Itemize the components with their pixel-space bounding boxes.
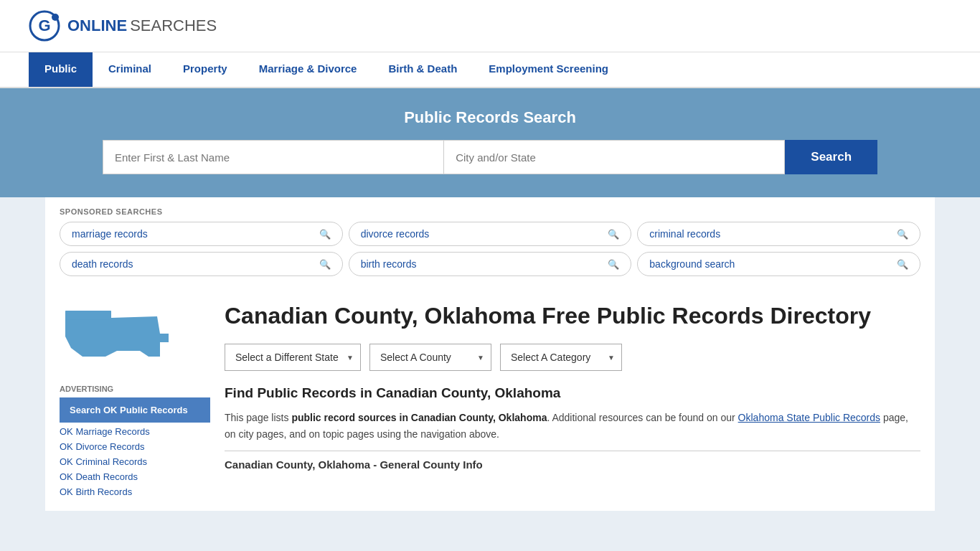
sidebar-link-2[interactable]: OK Criminal Records: [60, 454, 210, 469]
search-banner: Public Records Search Search: [0, 88, 980, 197]
search-tag-icon: 🔍: [897, 229, 908, 240]
tag-background-search[interactable]: background search 🔍: [637, 252, 920, 276]
logo-area: G ONLINE SEARCHES: [29, 10, 217, 42]
tag-criminal-records[interactable]: criminal records 🔍: [637, 222, 920, 246]
search-banner-title: Public Records Search: [29, 108, 951, 127]
sidebar-ad-label: Advertising: [60, 385, 210, 393]
find-desc-bold: public record sources in Canadian County…: [291, 412, 547, 423]
filter-dropdowns: Select a Different State Select A County…: [225, 344, 920, 371]
logo-online-text: ONLINE: [67, 18, 127, 34]
search-button[interactable]: Search: [785, 140, 877, 174]
search-tags: marriage records 🔍 divorce records 🔍 cri…: [60, 222, 920, 276]
sidebar-link-3[interactable]: OK Death Records: [60, 469, 210, 484]
sidebar-link-1[interactable]: OK Divorce Records: [60, 439, 210, 454]
name-input[interactable]: [103, 140, 443, 174]
find-desc-1: This page lists: [225, 412, 291, 423]
tag-label: background search: [649, 258, 735, 270]
tag-label: death records: [72, 258, 133, 270]
main-nav: Public Criminal Property Marriage & Divo…: [0, 52, 980, 88]
tag-label: divorce records: [361, 228, 430, 240]
logo-text: ONLINE SEARCHES: [67, 18, 217, 34]
tag-label: marriage records: [72, 228, 148, 240]
state-records-link[interactable]: Oklahoma State Public Records: [738, 412, 880, 423]
find-desc-2: . Additional resources can be found on o…: [547, 412, 738, 423]
search-form: Search: [103, 140, 877, 174]
tag-divorce-records[interactable]: divorce records 🔍: [349, 222, 632, 246]
location-input[interactable]: [443, 140, 785, 174]
nav-item-marriage[interactable]: Marriage & Divorce: [243, 52, 373, 87]
sidebar-link-0[interactable]: OK Marriage Records: [60, 424, 210, 439]
tag-label: criminal records: [649, 228, 720, 240]
tag-birth-records[interactable]: birth records 🔍: [349, 252, 632, 276]
nav-item-birth[interactable]: Birth & Death: [372, 52, 473, 87]
search-tag-icon: 🔍: [608, 229, 619, 240]
svg-text:G: G: [38, 17, 50, 34]
page-title: Canadian County, Oklahoma Free Public Re…: [225, 302, 920, 329]
logo-searches-text: SEARCHES: [130, 18, 217, 34]
nav-item-property[interactable]: Property: [167, 52, 243, 87]
find-description: This page lists public record sources in…: [225, 410, 920, 442]
county-dropdown-wrap: Select A County: [369, 344, 491, 371]
search-tag-icon: 🔍: [897, 259, 908, 270]
header: G ONLINE SEARCHES: [0, 0, 980, 52]
oklahoma-map: [60, 302, 174, 371]
nav-item-employment[interactable]: Employment Screening: [473, 52, 624, 87]
tag-label: birth records: [361, 258, 417, 270]
section-divider: [225, 451, 920, 451]
main-content: Advertising Search OK Public Records OK …: [45, 291, 935, 511]
sponsored-section: SPONSORED SEARCHES marriage records 🔍 di…: [60, 207, 920, 276]
state-dropdown-wrap: Select a Different State: [225, 344, 361, 371]
nav-item-criminal[interactable]: Criminal: [93, 52, 167, 87]
svg-rect-3: [65, 311, 111, 320]
county-dropdown[interactable]: Select A County: [369, 344, 491, 371]
sidebar-featured-link[interactable]: Search OK Public Records: [60, 397, 210, 423]
nav-item-public[interactable]: Public: [29, 52, 93, 87]
search-tag-icon: 🔍: [608, 259, 619, 270]
state-dropdown[interactable]: Select a Different State: [225, 344, 361, 371]
sidebar: Advertising Search OK Public Records OK …: [60, 302, 210, 499]
category-dropdown[interactable]: Select A Category: [500, 344, 622, 371]
find-title: Find Public Records in Canadian County, …: [225, 385, 920, 401]
sidebar-link-4[interactable]: OK Birth Records: [60, 484, 210, 499]
search-tag-icon: 🔍: [319, 259, 331, 270]
general-info-title: Canadian County, Oklahoma - General Coun…: [225, 458, 920, 471]
state-map-container: [60, 302, 210, 373]
search-tag-icon: 🔍: [319, 229, 331, 240]
content-area: Canadian County, Oklahoma Free Public Re…: [225, 302, 920, 499]
tag-marriage-records[interactable]: marriage records 🔍: [60, 222, 343, 246]
category-dropdown-wrap: Select A Category: [500, 344, 622, 371]
sponsored-label: SPONSORED SEARCHES: [60, 207, 920, 216]
tag-death-records[interactable]: death records 🔍: [60, 252, 343, 276]
logo-icon: G: [29, 10, 60, 42]
